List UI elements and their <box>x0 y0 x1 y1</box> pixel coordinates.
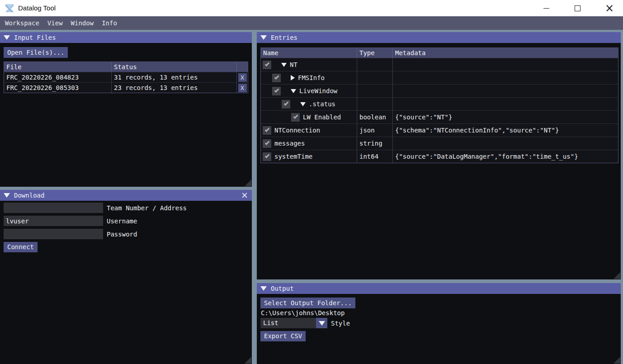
titlebar: Datalog Tool × <box>0 0 623 16</box>
panel-title: Input Files <box>14 34 56 41</box>
style-combo-value[interactable]: List <box>260 318 316 328</box>
entry-name-cell: systemTime <box>261 150 357 163</box>
table-row: FRC_20220226_08482331 records, 13 entrie… <box>4 72 248 82</box>
entry-name-cell: .status <box>261 98 357 110</box>
minimize-button[interactable] <box>536 0 557 16</box>
style-combo[interactable]: List Style <box>260 318 350 328</box>
panel-close-icon[interactable]: × <box>240 190 249 201</box>
select-output-folder-button[interactable]: Select Output Folder... <box>260 298 355 308</box>
chevron-down-icon <box>319 321 325 326</box>
entry-type-cell <box>357 71 392 84</box>
entry-name-label: LW Enabled <box>303 113 341 121</box>
resize-grip-icon[interactable] <box>614 272 620 279</box>
download-field-row: Team Number / Address <box>4 203 187 213</box>
check-icon <box>264 61 269 66</box>
entry-checkbox[interactable] <box>263 152 271 161</box>
field-label: Username <box>107 217 137 225</box>
download-header[interactable]: Download × <box>0 190 252 201</box>
file-actions-cell: X <box>236 83 248 93</box>
entry-checkbox[interactable] <box>263 61 271 69</box>
download-field-row: Password <box>4 229 137 239</box>
tree-expand-right-icon[interactable] <box>291 75 295 80</box>
check-icon <box>293 114 298 119</box>
entry-row: FMSInfo <box>261 71 618 84</box>
entries-table-head: Name Type Metadata <box>261 48 618 58</box>
collapse-down-icon <box>260 35 267 40</box>
remove-file-button[interactable]: X <box>238 84 247 92</box>
tree-expand-down-icon[interactable] <box>300 102 306 106</box>
entry-type-cell: boolean <box>357 111 392 123</box>
entry-type-cell <box>357 58 392 71</box>
resize-grip-icon[interactable] <box>245 180 251 186</box>
entry-name-cell: NTConnection <box>261 124 357 137</box>
entries-table: Name Type Metadata NTFMSInfoLiveWindow.s… <box>260 47 618 163</box>
entry-name-cell: FMSInfo <box>261 71 357 84</box>
check-icon <box>264 153 269 158</box>
entry-row: systemTimeint64{"source":"DataLogManager… <box>261 150 618 163</box>
menu-item-info[interactable]: Info <box>98 16 121 30</box>
field-label: Password <box>107 231 137 238</box>
check-icon <box>274 75 279 80</box>
entries-header[interactable]: Entries <box>257 32 621 43</box>
close-button[interactable]: × <box>599 0 620 16</box>
file-status-cell: 31 records, 13 entries <box>111 72 236 82</box>
style-combo-label: Style <box>331 320 350 327</box>
entry-name-label: FMSInfo <box>298 74 325 81</box>
entry-metadata-cell <box>392 85 618 97</box>
window-title: Datalog Tool <box>18 0 56 16</box>
menu-item-workspace[interactable]: Workspace <box>1 16 43 30</box>
resize-grip-icon[interactable] <box>614 357 620 364</box>
username-field[interactable] <box>4 216 103 226</box>
panel-title: Download <box>14 192 44 199</box>
column-header-file: File <box>4 62 111 72</box>
style-combo-button[interactable] <box>316 318 327 328</box>
app-icon <box>4 3 15 14</box>
table-row: FRC_20220226_08530323 records, 13 entrie… <box>4 82 248 93</box>
entry-checkbox[interactable] <box>272 74 281 82</box>
file-actions-cell: X <box>236 72 248 82</box>
entry-metadata-cell: {"schema":"NTConnectionInfo","source":"N… <box>392 124 618 137</box>
entry-type-cell <box>357 85 392 97</box>
entry-metadata-cell <box>392 98 618 110</box>
entry-checkbox[interactable] <box>263 126 271 135</box>
file-name-cell: FRC_20220226_084823 <box>4 72 111 82</box>
entry-checkbox[interactable] <box>282 100 290 109</box>
entry-name-label: NTConnection <box>274 127 320 134</box>
entry-checkbox[interactable] <box>291 113 300 122</box>
connect-button[interactable]: Connect <box>4 242 38 252</box>
entry-type-cell: int64 <box>357 150 392 163</box>
remove-file-button[interactable]: X <box>238 73 247 82</box>
tree-expand-down-icon[interactable] <box>291 89 296 93</box>
output-header[interactable]: Output <box>257 283 621 294</box>
entry-row: NT <box>261 58 618 71</box>
output-panel: Output Select Output Folder... C:\Users\… <box>257 283 621 364</box>
check-icon <box>264 127 269 132</box>
open-files-button[interactable]: Open File(s)... <box>4 47 68 58</box>
entry-name-label: systemTime <box>274 153 312 160</box>
entry-type-cell: json <box>357 124 392 137</box>
menu-item-view[interactable]: View <box>43 16 67 30</box>
menu-item-window[interactable]: Window <box>67 16 98 30</box>
tree-expand-down-icon[interactable] <box>281 63 287 67</box>
entry-checkbox[interactable] <box>263 139 271 148</box>
column-header-metadata: Metadata <box>392 48 618 58</box>
maximize-button[interactable] <box>567 0 588 16</box>
team-number-field[interactable] <box>4 203 103 213</box>
download-field-row: Username <box>4 216 137 226</box>
input-files-header[interactable]: Input Files <box>0 32 252 43</box>
menubar: WorkspaceViewWindowInfo <box>0 16 623 30</box>
input-files-panel: Input Files Open File(s)... File Status … <box>0 32 252 187</box>
entry-name-cell: LiveWindow <box>261 85 357 97</box>
entry-name-label: .status <box>309 100 335 108</box>
entry-row: LW Enabledboolean{"source":"NT"} <box>261 110 618 123</box>
resize-grip-icon[interactable] <box>245 357 251 364</box>
password-field[interactable] <box>4 229 103 239</box>
export-csv-button[interactable]: Export CSV <box>260 331 306 341</box>
entry-name-label: LiveWindow <box>299 87 337 95</box>
entry-row: messagesstring <box>261 137 618 150</box>
collapse-down-icon <box>4 193 10 198</box>
entry-name-cell: NT <box>261 58 357 71</box>
input-files-table: File Status FRC_20220226_08482331 record… <box>4 61 248 93</box>
entry-checkbox[interactable] <box>272 87 281 95</box>
check-icon <box>283 101 288 106</box>
